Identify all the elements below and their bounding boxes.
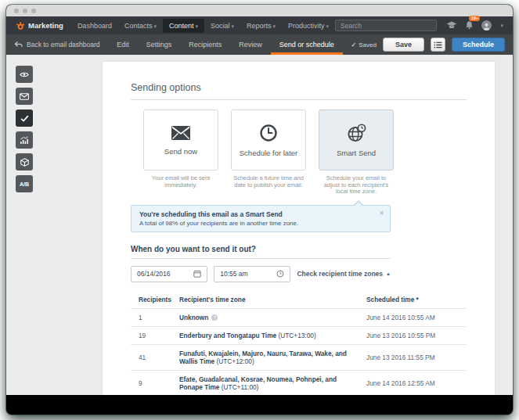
calendar-icon xyxy=(193,270,201,278)
back-arrow-icon xyxy=(14,41,23,48)
sidebar-item-archive[interactable] xyxy=(16,153,33,171)
bar-chart-icon xyxy=(20,136,29,145)
card-caption: Schedule your email to adjust to each re… xyxy=(319,175,394,196)
caret-down-icon: ▾ xyxy=(195,23,198,29)
date-field[interactable]: 06/14/2016 xyxy=(131,266,207,282)
sending-options-panel: Sending options Send now xyxy=(102,61,496,395)
envelope-icon xyxy=(20,93,29,100)
notification-badge: 10+ xyxy=(469,16,480,22)
help-icon[interactable]: ? xyxy=(211,314,218,321)
academy-cap-icon[interactable] xyxy=(446,21,457,30)
col-timezone: Recipient's time zone xyxy=(179,296,366,303)
recipient-timezone-table: Recipients Recipient's time zone Schedul… xyxy=(131,290,467,396)
macos-titlebar xyxy=(6,5,513,16)
check-icon: ✓ xyxy=(351,41,357,48)
caret-down-icon: ▾ xyxy=(326,23,330,29)
tab-recipients[interactable]: Recipients xyxy=(180,34,230,55)
eye-icon xyxy=(20,71,29,78)
nav-item-contacts[interactable]: Contacts▾ xyxy=(118,19,163,33)
alert-body: A total of 98% of your recipients are in… xyxy=(139,220,373,227)
notifications-button[interactable]: 10+ xyxy=(464,19,474,33)
table-row: 1 Unknown? June 14 2016 10:55 AM xyxy=(131,308,467,326)
save-button[interactable]: Save xyxy=(383,38,424,52)
envelope-icon xyxy=(171,125,191,141)
left-icon-rail: A/B xyxy=(16,66,33,192)
card-smart-send[interactable]: Smart Send xyxy=(319,109,394,171)
clock-icon xyxy=(276,270,284,278)
caret-down-icon: ▾ xyxy=(153,23,157,29)
user-avatar-icon xyxy=(481,21,492,31)
saved-label: Saved xyxy=(359,41,377,48)
card-label: Send now xyxy=(164,147,197,156)
time-value: 10:55 am xyxy=(220,270,247,278)
card-caption: Schedule a future time and date to publi… xyxy=(231,175,306,196)
date-value: 06/14/2016 xyxy=(137,270,171,278)
check-recipient-time-zones-link[interactable]: Check recipient time zones ▲ xyxy=(297,270,391,278)
email-toolbar: Back to email dashboard Edit Settings Re… xyxy=(6,34,513,55)
sidebar-item-preview[interactable] xyxy=(16,66,33,83)
nav-item-productivity[interactable]: Productivity▾ xyxy=(282,19,335,33)
table-row: 41 Funafuti, Kwajalein, Majuro, Nauru, T… xyxy=(131,344,467,370)
tab-review[interactable]: Review xyxy=(230,34,271,55)
cube-icon xyxy=(20,158,29,167)
smart-send-alert: You're scheduling this email as a Smart … xyxy=(131,205,391,232)
brand-label: Marketing xyxy=(28,21,63,30)
window-minimize-button[interactable] xyxy=(23,9,27,13)
saved-status: ✓ Saved xyxy=(351,41,377,48)
nav-item-social[interactable]: Social▾ xyxy=(204,19,240,33)
send-time-inputs: 06/14/2016 10:55 am xyxy=(131,266,391,282)
card-send-now[interactable]: Send now xyxy=(143,109,218,171)
tab-send-or-schedule[interactable]: Send or schedule xyxy=(271,34,343,55)
page-title: Sending options xyxy=(131,82,467,93)
checkmark-icon xyxy=(20,115,29,122)
schedule-button[interactable]: Schedule xyxy=(452,38,505,52)
ab-test-icon: A/B xyxy=(20,181,29,187)
nav-item-content[interactable]: Content▾ xyxy=(163,19,204,33)
table-header-row: Recipients Recipient's time zone Schedul… xyxy=(131,290,467,308)
tab-settings[interactable]: Settings xyxy=(138,34,181,55)
send-time-heading: When do you want to send it out? xyxy=(131,245,467,253)
nav-item-dashboard[interactable]: Dashboard xyxy=(71,19,118,33)
card-label: Schedule for later xyxy=(240,149,297,157)
sidebar-item-done[interactable] xyxy=(16,109,33,127)
nav-item-reports[interactable]: Reports▾ xyxy=(240,19,282,33)
send-option-cards: Send now Schedule for later xyxy=(143,109,467,171)
time-field[interactable]: 10:55 am xyxy=(214,266,290,282)
account-caret-down-icon[interactable]: ▾ xyxy=(500,23,503,29)
alert-title: You're scheduling this email as a Smart … xyxy=(139,210,373,218)
email-step-tabs: Edit Settings Recipients Review Send or … xyxy=(108,34,343,55)
card-label: Smart Send xyxy=(337,149,376,157)
triangle-up-icon: ▲ xyxy=(386,271,391,276)
notification-bell-icon xyxy=(464,20,474,30)
tab-edit[interactable]: Edit xyxy=(108,34,138,55)
hubspot-sprocket-icon xyxy=(16,21,25,31)
table-row: 9 Efate, Guadalcanal, Kosrae, Noumea, Po… xyxy=(131,370,467,396)
search-input[interactable] xyxy=(335,20,437,31)
window-close-button[interactable] xyxy=(14,9,19,13)
sidebar-item-ab-test[interactable]: A/B xyxy=(16,175,33,192)
table-row: 19 Enderbury and Tongatapu Time (UTC+13:… xyxy=(131,326,467,344)
app-window: Marketing Dashboard Contacts▾ Content▾ S… xyxy=(6,5,513,415)
window-zoom-button[interactable] xyxy=(31,9,36,13)
caret-down-icon: ▾ xyxy=(232,23,235,29)
globe-clock-icon xyxy=(347,124,366,142)
col-recipients: Recipients xyxy=(131,296,179,303)
avatar[interactable] xyxy=(481,20,492,31)
actions-menu-button[interactable] xyxy=(431,38,445,52)
caret-down-icon: ▾ xyxy=(273,23,276,29)
back-to-dashboard-link[interactable]: Back to email dashboard xyxy=(14,34,100,55)
brand[interactable]: Marketing xyxy=(16,21,63,31)
close-icon[interactable]: ✕ xyxy=(379,210,384,217)
divider xyxy=(131,258,391,259)
col-scheduled-time: Scheduled time * xyxy=(366,296,467,303)
sidebar-item-performance[interactable] xyxy=(16,131,33,149)
top-navbar: Marketing Dashboard Contacts▾ Content▾ S… xyxy=(6,16,513,34)
sidebar-item-email[interactable] xyxy=(16,88,33,105)
content-area: A/B Sending options Send now xyxy=(6,55,513,395)
clock-icon xyxy=(259,124,278,142)
divider xyxy=(131,99,467,100)
card-captions: Your email will be sent immediately. Sch… xyxy=(143,175,467,196)
card-caption: Your email will be sent immediately. xyxy=(143,175,218,196)
card-schedule-for-later[interactable]: Schedule for later xyxy=(231,109,306,171)
list-icon xyxy=(434,41,442,48)
